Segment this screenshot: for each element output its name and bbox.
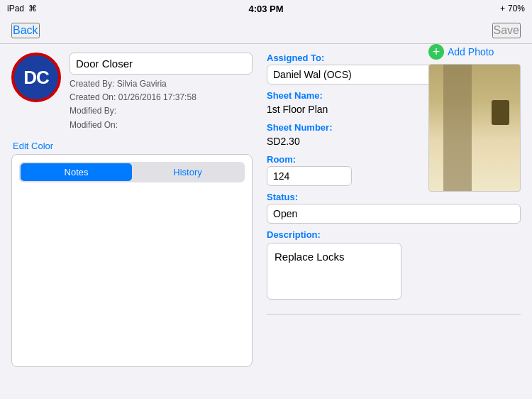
photo-section: + Add Photo <box>428 44 521 192</box>
plus-icon: + <box>428 44 444 60</box>
room-input[interactable] <box>267 166 352 186</box>
left-panel: DC Created By: Silvia Gaviria Created On… <box>11 53 253 390</box>
bluetooth-icon: + <box>500 4 505 13</box>
notes-tab[interactable]: Notes <box>21 163 132 181</box>
created-on: Created On: 01/26/2016 17:37:58 <box>70 91 253 104</box>
ipad-label: iPad <box>7 4 24 13</box>
battery-level: 70% <box>508 4 525 13</box>
nav-bar: Back Save <box>0 17 532 44</box>
description-box: Replace Locks <box>267 243 401 300</box>
modified-by: Modified By: <box>70 104 253 118</box>
description-value: Replace Locks <box>275 251 344 263</box>
wifi-icon: ⌘ <box>28 4 37 13</box>
add-photo-button[interactable]: + Add Photo <box>428 44 494 60</box>
photo-image <box>429 65 520 191</box>
status-bar: iPad ⌘ 4:03 PM + 70% <box>0 0 532 17</box>
history-tab[interactable]: History <box>132 163 243 181</box>
item-title-input[interactable] <box>70 53 253 75</box>
modified-on: Modified On: <box>70 119 253 132</box>
description-label: Description: <box>267 229 521 240</box>
item-header: DC Created By: Silvia Gaviria Created On… <box>11 53 253 132</box>
created-by: Created By: Silvia Gaviria <box>70 77 253 91</box>
add-photo-label: Add Photo <box>448 46 494 58</box>
save-button[interactable]: Save <box>492 23 521 38</box>
edit-color-button[interactable]: Edit Color <box>13 141 53 151</box>
item-initials: DC <box>23 67 49 89</box>
status-time: 4:03 PM <box>248 4 283 14</box>
photo-thumbnail[interactable] <box>428 64 521 192</box>
divider <box>267 314 521 315</box>
status-label: Status: <box>267 192 521 202</box>
tabs-row: Notes History <box>19 162 245 182</box>
item-meta: Created By: Silvia Gaviria Created On: 0… <box>70 77 253 132</box>
status-input[interactable] <box>267 204 521 224</box>
item-info: Created By: Silvia Gaviria Created On: 0… <box>70 53 253 132</box>
back-button[interactable]: Back <box>11 23 40 38</box>
item-icon: DC <box>11 53 61 102</box>
notes-panel: Notes History <box>11 154 253 367</box>
